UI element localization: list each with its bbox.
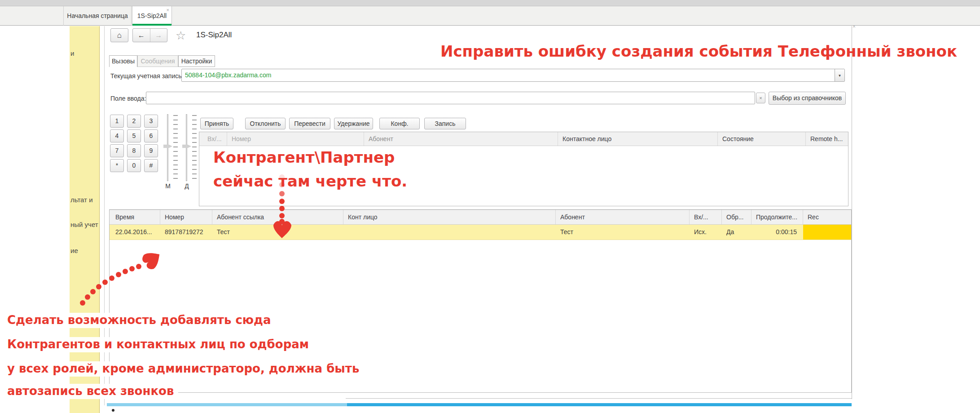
annotation-middle-line2: сейчас там черте что. — [213, 172, 407, 190]
col-number[interactable]: Номер — [227, 132, 364, 146]
annotation-bottom-line1: Сделать возможность добавлять сюда — [4, 313, 276, 328]
status-blue-bar-fade — [107, 403, 347, 406]
cell-number: 89178719272 — [160, 225, 212, 240]
account-combobox[interactable]: 50884-104@pbx.zadarma.com ▼ — [181, 69, 845, 82]
col-duration[interactable]: Продолжите... — [751, 210, 803, 224]
cell-contact — [343, 225, 556, 240]
cell-time: 22.04.2016... — [110, 225, 160, 240]
col-state[interactable]: Состояние — [718, 132, 806, 146]
col-remote-hold[interactable]: Remote h... — [806, 132, 848, 146]
conference-button[interactable]: Конф. — [379, 118, 420, 129]
chevron-down-icon: ▼ — [838, 74, 842, 78]
clear-input-button[interactable]: × — [756, 93, 765, 103]
dialpad-key-3[interactable]: 3 — [144, 115, 158, 128]
col-abonent[interactable]: Абонент — [364, 132, 558, 146]
cell-processed: Да — [722, 225, 751, 240]
table-row[interactable]: 22.04.2016... 89178719272 Тест Тест Исх.… — [110, 225, 851, 240]
col-rec[interactable]: Rec — [803, 210, 851, 224]
annotation-middle-line1: Контрагент\Партнер — [213, 148, 395, 166]
col-number[interactable]: Номер — [160, 210, 212, 224]
dialpad-key-7[interactable]: 7 — [110, 144, 124, 157]
mic-slider-handle[interactable] — [163, 144, 172, 148]
pick-from-catalogs-button[interactable]: Выбор из справочников — [769, 92, 846, 105]
tab-settings[interactable]: Настройки — [178, 55, 215, 67]
active-calls-header-row: Вх/... Номер Абонент Контактное лицо Сос… — [199, 132, 848, 146]
account-value: 50884-104@pbx.zadarma.com — [185, 71, 271, 79]
dialpad-key-4[interactable]: 4 — [110, 129, 124, 142]
tab-calls[interactable]: Вызовы — [109, 55, 137, 67]
dialpad-key-6[interactable]: 6 — [144, 129, 158, 142]
active-tab-indicator — [132, 24, 171, 26]
sidebar-item-3[interactable]: ный учет — [70, 221, 98, 228]
window-tab-home-label: Начальная страница — [67, 12, 127, 19]
col-contact-person[interactable]: Контактное лицо — [558, 132, 718, 146]
annotation-arrow-up-right — [75, 246, 165, 309]
form-close-icon[interactable]: × — [853, 23, 856, 30]
cell-rec-indicator — [803, 225, 851, 240]
cell-duration: 0:00:15 — [751, 225, 803, 240]
col-time[interactable]: Время — [110, 210, 160, 224]
dialpad-key-hash[interactable]: # — [144, 159, 158, 172]
dynamic-slider-label: Д — [183, 182, 190, 190]
dialpad-key-0[interactable]: 0 — [127, 159, 141, 172]
dynamic-slider-handle[interactable] — [182, 144, 191, 148]
col-direction[interactable]: Вх/... — [199, 132, 227, 146]
input-field-label: Поле ввода: — [110, 95, 146, 102]
window-tab-label: 1S-Sip2All — [137, 12, 167, 19]
record-button[interactable]: Запись — [424, 118, 466, 129]
col-direction[interactable]: Вх/... — [690, 210, 722, 224]
sidebar-item-2[interactable]: льтат и — [70, 196, 93, 204]
home-icon: ⌂ — [117, 31, 122, 40]
forward-icon[interactable]: → — [150, 29, 167, 42]
home-button[interactable]: ⌂ — [110, 28, 128, 42]
tab-close-icon[interactable]: × — [167, 8, 169, 13]
dynamic-slider-ticks — [192, 115, 197, 180]
panel-bottom-border — [346, 398, 852, 399]
dialpad-key-2[interactable]: 2 — [127, 115, 141, 128]
col-processed[interactable]: Обр... — [722, 210, 751, 224]
history-header-row: Время Номер Абонент ссылка Конт лицо Або… — [110, 210, 851, 225]
nav-history-group: ← → — [132, 28, 167, 42]
panel-right-border — [852, 26, 852, 399]
annotation-bottom-line2: Контрагентов и контактных лиц по одборам — [4, 337, 313, 352]
col-contact[interactable]: Конт лицо — [343, 210, 556, 224]
annotation-top: Исправить ошибку создания события Телефо… — [440, 42, 957, 60]
cell-direction: Исх. — [690, 225, 722, 240]
accept-button[interactable]: Принять — [200, 118, 233, 129]
transfer-button[interactable]: Перевести — [289, 118, 330, 129]
clear-icon: × — [759, 95, 762, 101]
sidebar — [70, 26, 100, 413]
page-title: 1S-Sip2All — [196, 31, 232, 40]
account-dropdown-button[interactable]: ▼ — [835, 69, 844, 81]
dialpad-key-8[interactable]: 8 — [127, 144, 141, 157]
tab-messages[interactable]: Сообщения — [137, 55, 178, 67]
col-abonent[interactable]: Абонент — [556, 210, 690, 224]
cutoff-text-mark — [112, 409, 114, 412]
dial-input[interactable] — [146, 92, 755, 104]
cell-abonent: Тест — [556, 225, 690, 240]
dialpad-key-star[interactable]: * — [110, 159, 124, 172]
annotation-bottom-line3: у всех ролей, кроме администраторо, долж… — [4, 361, 364, 377]
mic-slider-ticks — [173, 115, 178, 180]
back-icon[interactable]: ← — [133, 29, 150, 42]
decline-button[interactable]: Отклонить — [245, 118, 286, 129]
hold-button[interactable]: Удержание — [334, 118, 373, 129]
dialpad-key-5[interactable]: 5 — [127, 129, 141, 142]
sidebar-item-1[interactable]: и — [70, 49, 74, 57]
favorite-star-icon[interactable]: ☆ — [176, 30, 186, 41]
mic-slider-label: М — [164, 182, 171, 190]
dialpad-key-9[interactable]: 9 — [144, 144, 158, 157]
annotation-bottom-line4: автозапись всех звонков — [4, 384, 178, 399]
account-label: Текущая учетная запись:: — [110, 72, 185, 80]
window-tab-home[interactable]: Начальная страница — [63, 6, 132, 26]
annotation-arrow-down — [267, 173, 299, 241]
window-tab-1s-sip2all[interactable]: 1S-Sip2All × — [132, 6, 172, 26]
window-title-strip — [0, 0, 980, 6]
dialpad-key-1[interactable]: 1 — [110, 115, 124, 128]
